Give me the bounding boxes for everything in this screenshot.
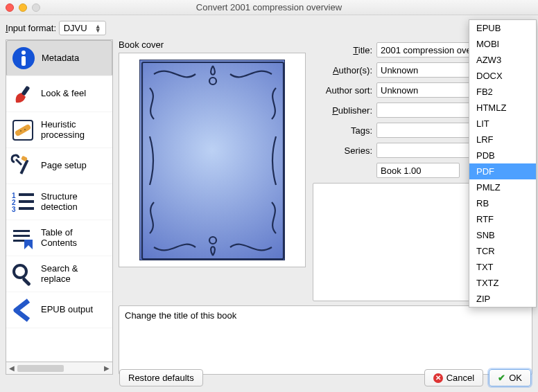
cover-ornament-icon	[140, 60, 286, 261]
restore-defaults-button[interactable]: Restore defaults	[119, 369, 203, 386]
title-label: Title:	[313, 45, 372, 55]
svg-point-19	[14, 265, 26, 278]
svg-rect-3	[21, 85, 31, 96]
svg-rect-8	[20, 159, 29, 175]
output-option-htmlz[interactable]: HTMLZ	[469, 100, 536, 116]
sidebar-item-label: Page setup	[41, 161, 87, 171]
scroll-thumb[interactable]	[17, 365, 64, 372]
sidebar-item-label: Table of Contents	[41, 228, 108, 249]
check-icon: ✔	[498, 373, 505, 383]
sidebar-item-look-feel[interactable]: Look & feel	[6, 76, 112, 112]
sidebar-hscrollbar[interactable]: ◀ ▶	[6, 362, 113, 375]
sidebar-item-metadata[interactable]: Metadata	[6, 40, 112, 76]
sidebar[interactable]: MetadataLook & feelHeuristic processingP…	[6, 39, 113, 362]
magnify-icon	[10, 262, 35, 287]
publisher-label: Publisher:	[313, 105, 372, 116]
tags-label: Tags:	[313, 125, 372, 136]
sidebar-item-heuristic-processing[interactable]: Heuristic processing	[6, 112, 112, 148]
sidebar-item-table-of-contents[interactable]: Table of Contents	[6, 220, 112, 256]
sidebar-item-search-replace[interactable]: Search & replace	[6, 256, 112, 292]
output-option-lit[interactable]: LIT	[469, 116, 536, 132]
output-option-txt[interactable]: TXT	[469, 259, 536, 275]
svg-rect-20	[21, 277, 31, 286]
book-number-input[interactable]	[376, 163, 460, 178]
output-option-zip[interactable]: ZIP	[469, 291, 536, 307]
sidebar-item-label: Metadata	[42, 53, 79, 64]
ok-button[interactable]: ✔ OK	[489, 369, 531, 386]
svg-rect-5	[15, 123, 32, 136]
input-format-label: Input format:	[6, 23, 56, 33]
scroll-right-icon[interactable]: ▶	[101, 364, 112, 372]
output-option-pdf[interactable]: PDF	[469, 163, 536, 179]
output-option-pdb[interactable]: PDB	[469, 148, 536, 163]
svg-rect-13	[19, 193, 34, 196]
output-option-azw3[interactable]: AZW3	[469, 52, 536, 68]
output-option-epub[interactable]: EPUB	[469, 20, 536, 36]
toc-icon	[10, 226, 35, 251]
output-option-rb[interactable]: RB	[469, 195, 536, 211]
brush-icon	[10, 82, 35, 107]
bandage-icon	[10, 118, 35, 143]
sidebar-item-label: Structure detection	[41, 192, 108, 213]
output-option-snb[interactable]: SNB	[469, 227, 536, 243]
svg-point-1	[21, 51, 26, 55]
output-option-docx[interactable]: DOCX	[469, 68, 536, 84]
window-title: Convert 2001 compression overview	[0, 2, 538, 12]
svg-rect-17	[13, 235, 30, 237]
format-row: Input format: DJVU Output format:	[0, 15, 538, 39]
input-format-group: Input format: DJVU	[6, 21, 106, 35]
svg-rect-14	[19, 200, 34, 203]
output-option-fb2[interactable]: FB2	[469, 84, 536, 100]
cover-frame[interactable]	[119, 53, 306, 267]
svg-point-23	[209, 237, 216, 244]
input-format-select[interactable]: DJVU	[59, 21, 106, 35]
output-option-pmlz[interactable]: PMLZ	[469, 179, 536, 195]
series-label: Series:	[313, 145, 372, 156]
sidebar-item-label: Look & feel	[41, 89, 86, 99]
titlebar: Convert 2001 compression overview	[0, 0, 538, 15]
input-format-value: DJVU	[64, 23, 87, 33]
tools-icon	[10, 154, 35, 179]
svg-rect-2	[21, 56, 26, 66]
cancel-icon: ✕	[433, 373, 443, 383]
main-area: MetadataLook & feelHeuristic processingP…	[0, 39, 538, 380]
cover-caption: Book cover	[119, 39, 306, 50]
sidebar-item-epub-output[interactable]: EPUB output	[6, 292, 112, 328]
svg-rect-15	[19, 207, 34, 210]
updown-icon	[95, 24, 101, 33]
svg-point-22	[209, 78, 216, 84]
list123-icon: 123	[10, 190, 35, 215]
authors-label: Author(s):	[313, 65, 372, 75]
sidebar-item-label: Search & replace	[41, 264, 108, 285]
footer: Restore defaults ✕ Cancel ✔ OK	[119, 369, 531, 386]
cover-image	[139, 60, 285, 260]
output-option-mobi[interactable]: MOBI	[469, 36, 536, 52]
chevron-left-icon	[10, 298, 35, 323]
sidebar-item-page-setup[interactable]: Page setup	[6, 148, 112, 184]
scroll-left-icon[interactable]: ◀	[6, 364, 17, 372]
sidebar-item-label: Heuristic processing	[41, 120, 108, 141]
svg-rect-21	[142, 62, 284, 259]
output-option-rtf[interactable]: RTF	[469, 211, 536, 227]
cancel-button[interactable]: ✕ Cancel	[424, 369, 483, 386]
info-icon	[11, 46, 36, 71]
hint-area: Change the title of this book	[119, 305, 532, 375]
output-format-dropdown[interactable]: EPUBMOBIAZW3DOCXFB2HTMLZLITLRFPDBPDFPMLZ…	[469, 19, 537, 308]
output-option-lrf[interactable]: LRF	[469, 132, 536, 148]
output-option-tcr[interactable]: TCR	[469, 243, 536, 259]
svg-point-6	[20, 130, 21, 132]
sidebar-item-label: EPUB output	[41, 305, 93, 315]
svg-point-7	[24, 129, 26, 130]
scroll-track[interactable]	[17, 364, 101, 373]
author-sort-label: Author sort:	[313, 85, 372, 96]
output-option-txtz[interactable]: TXTZ	[469, 275, 536, 291]
sidebar-item-structure-detection[interactable]: 123Structure detection	[6, 184, 112, 220]
svg-text:3: 3	[12, 206, 16, 213]
svg-rect-16	[13, 230, 30, 232]
